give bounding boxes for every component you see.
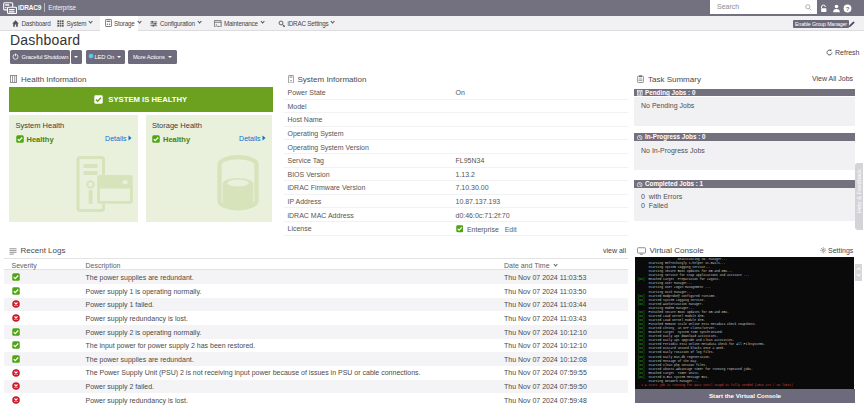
svg-text:?: ? <box>845 5 849 11</box>
